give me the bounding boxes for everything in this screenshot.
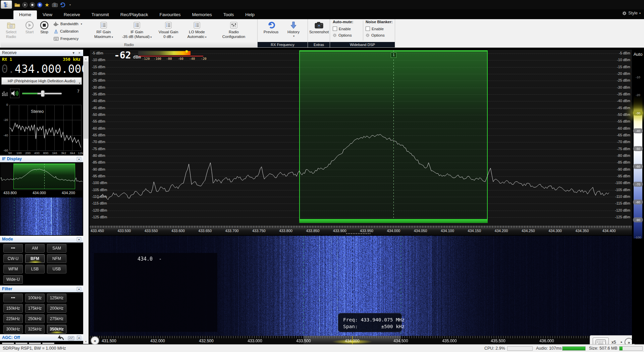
filter-button-225khz[interactable]: 225kHz [3, 314, 23, 323]
bandwidth-button[interactable]: Bandwidth▾ [54, 20, 82, 27]
tab-transmit[interactable]: Transmit [86, 10, 115, 19]
tab-home[interactable]: Home [13, 10, 37, 19]
palette-gradient-bar[interactable] [634, 64, 642, 238]
mode-button-wfm[interactable]: WFM [3, 265, 23, 273]
agc-tool-icon[interactable] [68, 336, 74, 341]
filter-button-[interactable]: ••• [3, 294, 23, 302]
tab-tools[interactable]: Tools [218, 10, 240, 19]
tab-help[interactable]: Help [239, 10, 260, 19]
qat-more-icon[interactable]: ▾ [66, 1, 74, 8]
if-display-header[interactable]: IF Display ▴ [0, 156, 83, 162]
palette-auto-label[interactable]: Auto [632, 52, 644, 57]
stop-icon[interactable] [29, 1, 36, 8]
app-menu-button[interactable] [1, 0, 12, 9]
filter-button-150khz[interactable]: 150kHz [3, 304, 23, 313]
receive-panel-header[interactable]: Receive ▾ × [0, 50, 83, 56]
tab-view[interactable]: View [37, 10, 58, 19]
zoom-caret-icon[interactable]: ▸ [621, 340, 623, 344]
tab-memories[interactable]: Memories [186, 10, 217, 19]
mode-button-am[interactable]: AM [25, 244, 45, 253]
scrollbar-thumb[interactable] [84, 61, 88, 139]
filter-button-275khz[interactable]: 275kHz [47, 314, 66, 323]
undo-icon[interactable] [59, 1, 66, 8]
waterfall-display[interactable]: 434.0 - Freq: 433.940.075 MHzSpan: ±500 … [90, 236, 632, 336]
radio-configuration-button[interactable]: Radio Configuration [211, 20, 256, 41]
filter-button-325khz[interactable]: 325kHz [25, 325, 45, 334]
mode-button-lsb[interactable]: LSB [25, 265, 45, 273]
filter-button-300khz[interactable]: 300kHz [3, 325, 23, 334]
panel-menu-icon[interactable]: ▾ [72, 50, 74, 56]
filter-button-100khz[interactable]: 100kHz [25, 294, 45, 302]
collapse-icon[interactable]: ▴ [77, 157, 81, 161]
palette-label-m70[interactable]: -70 [633, 182, 643, 187]
camera-icon[interactable] [51, 1, 58, 8]
mode-button-bfm[interactable]: BFM [25, 254, 45, 263]
auto-mute-enable-checkbox[interactable]: Enable [333, 26, 362, 32]
panel-close-icon[interactable]: × [78, 50, 80, 56]
if-gain-button[interactable]: IF Gain -35 dB (Manual)▾ [120, 20, 154, 41]
select-radio-button[interactable]: Select Radio [2, 20, 20, 41]
agc-marker-icon[interactable]: |∿ [77, 335, 82, 340]
mode-button-[interactable]: ••• [3, 244, 23, 253]
audio-device-dropdown[interactable]: HP (Périphérique High Definition Audio) … [1, 77, 82, 85]
agc-button-slow[interactable]: Slow [42, 343, 54, 344]
mode-button-cwu[interactable]: CW-U [3, 254, 23, 263]
style-selector[interactable]: Style ▾ [622, 11, 641, 15]
noise-blanker-enable-checkbox[interactable]: Enable [366, 26, 394, 32]
rf-gain-button[interactable]: RF Gain Maximum▾ [88, 20, 119, 41]
lo-mode-button[interactable]: LO Mode Automatic▾ [184, 20, 210, 41]
scroll-down-icon[interactable]: ▾ [83, 339, 89, 344]
mute-speaker-button[interactable] [10, 89, 19, 98]
mode-button-wideu[interactable]: Wide-U [3, 275, 23, 284]
scroll-left-button[interactable]: « [91, 336, 99, 345]
filter-button-250khz[interactable]: 250kHz [25, 314, 45, 323]
palette-label-m30[interactable]: -30 [633, 111, 643, 116]
calibration-button[interactable]: Calibration [54, 28, 78, 35]
tab-receive[interactable]: Receive [58, 10, 86, 19]
visual-gain-button[interactable]: Visual Gain 0 dB▾ [154, 20, 182, 41]
waterfall-frequency-ruler[interactable]: 431.500432.000432.500433.000433.500434.0… [90, 336, 632, 344]
frequency-button[interactable]: Frequency [54, 35, 78, 42]
play-icon[interactable] [21, 1, 29, 8]
filter-button-125khz[interactable]: 125kHz [47, 294, 66, 302]
tab-rec-playback[interactable]: Rec/Playback [115, 10, 154, 19]
scroll-up-icon[interactable]: ▴ [83, 56, 89, 61]
palette-label-m60[interactable]: -60 [633, 164, 643, 169]
if-display-plot[interactable] [1, 163, 83, 190]
ruler-drag-handle[interactable] [346, 233, 370, 234]
filter-button-200khz[interactable]: 200kHz [47, 304, 66, 313]
mode-button-sam[interactable]: SAM [47, 244, 66, 253]
palette-label-m40[interactable]: -40 [633, 128, 643, 133]
palette-label-m90[interactable]: -90 [633, 217, 643, 222]
palette-label-m80[interactable]: -80 [633, 200, 643, 205]
panel-scrollbar[interactable]: ▴ ▾ [83, 56, 89, 344]
agc-button-off[interactable]: Off [2, 343, 14, 344]
volume-slider[interactable] [22, 93, 62, 94]
history-button[interactable]: History ▾ [283, 20, 304, 41]
equalizer-icon[interactable] [2, 89, 9, 97]
noise-blanker-options-button[interactable]: Options [366, 32, 394, 38]
collapse-icon[interactable]: ▴ [77, 287, 81, 291]
agc-undo-icon[interactable] [57, 335, 64, 341]
filter-button-175khz[interactable]: 175kHz [25, 304, 45, 313]
mode-button-nfm[interactable]: NFM [47, 254, 66, 263]
mode-button-usb[interactable]: USB [47, 265, 66, 273]
agc-button-med[interactable]: Med [29, 343, 41, 344]
stop-button[interactable]: Stop [37, 20, 52, 41]
previous-button[interactable]: Previous [260, 20, 282, 41]
palette-label-m50[interactable]: -50 [633, 146, 643, 151]
open-folder-icon[interactable] [13, 1, 21, 8]
favourite-star-icon[interactable]: ★ [43, 1, 51, 8]
filter-header[interactable]: Filter ▴ [0, 285, 83, 292]
collapse-icon[interactable]: ▴ [77, 237, 81, 241]
volume-slider-thumb[interactable] [41, 90, 45, 97]
zoom-level-label[interactable]: x5 [611, 340, 616, 345]
auto-mute-options-button[interactable]: Options [333, 32, 362, 38]
spectrum-display[interactable]: -5 dBm-5 dBm-10 dBm-10 dBm-15 dBm-15 dBm… [90, 50, 632, 226]
add-icon[interactable] [36, 1, 43, 8]
start-button[interactable]: Start [22, 20, 37, 41]
frequency-display[interactable]: 0.434.000.000 [1, 62, 83, 75]
tab-favourites[interactable]: Favourites [154, 10, 186, 19]
mode-header[interactable]: Mode ▴ [0, 236, 83, 243]
screenshot-button[interactable]: Screenshot [309, 20, 329, 41]
